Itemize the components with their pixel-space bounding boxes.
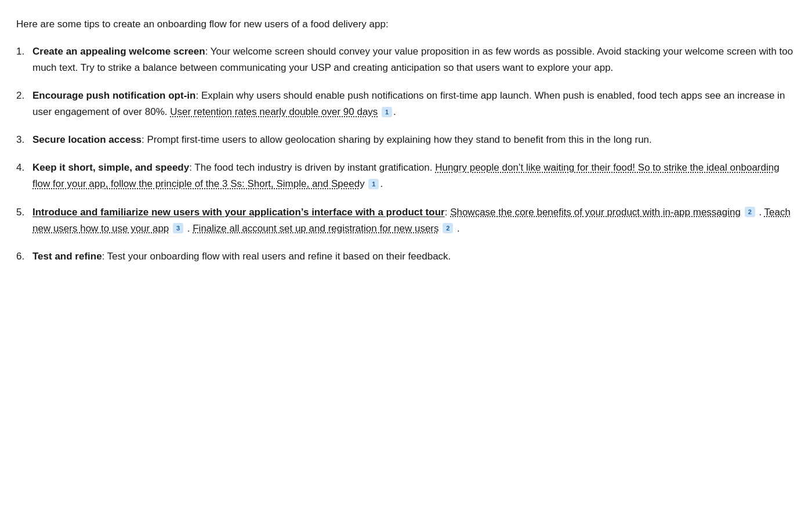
item-3-text: Prompt first-time users to allow geoloca… — [144, 134, 652, 145]
item-6-heading: Test and refine — [32, 251, 102, 262]
citation-badge: 2 — [745, 207, 755, 217]
item-4-heading: Keep it short, simple, and speedy — [32, 162, 189, 173]
list-content-3: Secure location access: Prompt first-tim… — [32, 132, 793, 148]
citation-badge: 3 — [173, 223, 183, 233]
item-5-cite1-text: Showcase the core benefits of your produ… — [450, 207, 741, 218]
item-2-heading: Encourage push notification opt-in — [32, 90, 195, 101]
list-number-2: 2. — [16, 88, 32, 120]
list-number-4: 4. — [16, 160, 32, 192]
item-6-text: Test your onboarding flow with real user… — [104, 251, 451, 262]
item-3-heading: Secure location access — [32, 134, 142, 145]
citation-badge: 1 — [368, 179, 379, 189]
list-content-5: Introduce and familiarize new users with… — [32, 204, 793, 237]
tips-list: 1. Create an appealing welcome screen: Y… — [16, 44, 793, 264]
list-number-1: 1. — [16, 44, 32, 76]
list-item: 4. Keep it short, simple, and speedy: Th… — [16, 160, 793, 192]
list-item: 2. Encourage push notification opt-in: E… — [16, 88, 793, 120]
intro-text: Here are some tips to create an onboardi… — [16, 16, 793, 32]
list-content-1: Create an appealing welcome screen: Your… — [32, 44, 793, 76]
citation-badge: 2 — [443, 223, 453, 233]
list-item: 5. Introduce and familiarize new users w… — [16, 204, 793, 237]
list-number-5: 5. — [16, 204, 32, 237]
item-5-heading: Introduce and familiarize new users with… — [32, 207, 445, 218]
list-item: 3. Secure location access: Prompt first-… — [16, 132, 793, 148]
citation-badge: 1 — [382, 107, 392, 117]
item-5-cite3-text: Finalize all account set up and registra… — [193, 223, 438, 234]
list-item: 6. Test and refine: Test your onboarding… — [16, 248, 793, 265]
item-4-text-before: The food tech industry is driven by inst… — [192, 162, 435, 173]
item-2-cite1-text: User retention rates nearly double over … — [170, 106, 378, 117]
list-content-2: Encourage push notification opt-in: Expl… — [32, 88, 793, 120]
list-number-3: 3. — [16, 132, 32, 148]
list-number-6: 6. — [16, 248, 32, 265]
list-item: 1. Create an appealing welcome screen: Y… — [16, 44, 793, 76]
list-content-4: Keep it short, simple, and speedy: The f… — [32, 160, 793, 192]
item-1-heading: Create an appealing welcome screen — [32, 46, 205, 57]
list-content-6: Test and refine: Test your onboarding fl… — [32, 248, 793, 265]
